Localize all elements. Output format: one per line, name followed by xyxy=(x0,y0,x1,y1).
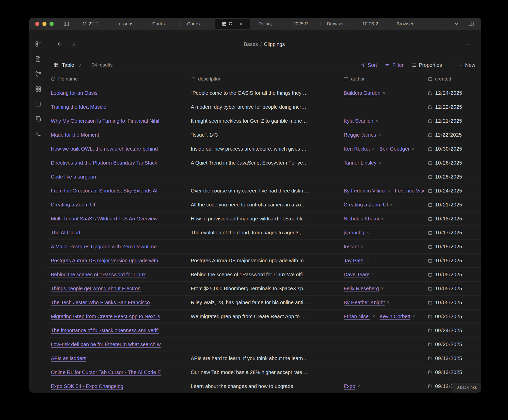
column-header-author[interactable]: author xyxy=(340,72,424,86)
author-cell[interactable]: Ethan Niser×Kevin Corbett× xyxy=(340,310,424,323)
author-cell[interactable]: Creating a Zoom UI× xyxy=(340,198,424,212)
description-cell[interactable]: Learn about the changes and how to upgra… xyxy=(187,379,340,393)
description-cell[interactable]: Our new Tab model has a 28% higher accep… xyxy=(187,365,340,379)
file-name-link[interactable]: The importance of full-stack openness an… xyxy=(51,328,159,333)
author-link[interactable]: Dave Teare xyxy=(344,272,370,278)
chip-remove-icon[interactable]: × xyxy=(375,118,378,124)
author-link[interactable]: Reggie James xyxy=(344,132,376,138)
author-cell[interactable]: Reggie James× xyxy=(340,128,424,142)
new-tab-icon[interactable] xyxy=(439,21,445,27)
description-cell[interactable] xyxy=(187,170,340,184)
description-cell[interactable]: Over the course of my career, I’ve had t… xyxy=(187,184,340,198)
description-cell[interactable]: A modern day cyber archive for people do… xyxy=(187,100,340,114)
filter-button[interactable]: Filter xyxy=(385,62,403,68)
file-name-link[interactable]: The Tech Jester Who Pranks San Francisco xyxy=(51,300,150,305)
author-link[interactable]: Nicholas Khami xyxy=(344,216,379,222)
created-cell[interactable]: 10/05/2025 xyxy=(424,268,481,281)
created-cell[interactable]: 09/20/2025 xyxy=(424,337,481,351)
column-header-file[interactable]: file name xyxy=(47,72,187,86)
created-cell[interactable]: 10/26/2025 xyxy=(424,170,481,184)
created-cell[interactable]: 10/26/2025 xyxy=(424,156,481,170)
author-link[interactable]: @rauchg xyxy=(344,230,364,236)
file-name-link[interactable]: Directives and the Platform Boundary Tan… xyxy=(51,160,157,166)
author-cell[interactable] xyxy=(340,365,424,379)
bases-icon[interactable] xyxy=(35,41,41,47)
author-cell[interactable] xyxy=(340,351,424,365)
tab-2[interactable]: Cortex … xyxy=(145,18,179,30)
author-cell[interactable]: Instant× xyxy=(340,240,424,253)
created-cell[interactable]: 10/15/2025 xyxy=(424,240,481,253)
created-cell[interactable]: 10/05/2025 xyxy=(424,296,481,309)
author-cell[interactable] xyxy=(340,324,424,337)
file-name-link[interactable]: Multi-Tenant SaaS's Wildcard TLS An Over… xyxy=(51,216,157,222)
file-name-link[interactable]: Creating a Zoom UI xyxy=(51,202,95,208)
created-cell[interactable]: 09/13/2025 xyxy=(424,365,481,379)
tab-0[interactable]: 11-22-2… xyxy=(75,18,110,30)
description-cell[interactable] xyxy=(187,240,340,253)
created-cell[interactable]: 10/18/2025 xyxy=(424,212,481,225)
file-name-link[interactable]: Training the Idea Muscle xyxy=(51,104,106,110)
view-switcher[interactable]: Table 94 results xyxy=(53,62,113,68)
close-tab-icon[interactable] xyxy=(239,22,243,26)
created-cell[interactable]: 09/13/2025 xyxy=(424,351,481,365)
author-link[interactable]: Ben Goodger xyxy=(379,146,410,152)
description-cell[interactable]: All the code you need to control a camer… xyxy=(187,198,340,212)
author-cell[interactable] xyxy=(340,170,424,184)
author-link[interactable]: Tanner Linsley xyxy=(344,160,376,166)
chip-remove-icon[interactable]: × xyxy=(357,383,360,389)
author-link[interactable]: Instant xyxy=(344,244,359,250)
author-cell[interactable]: @rauchg× xyxy=(340,226,424,239)
description-cell[interactable]: APIs are hard to learn. If you think abo… xyxy=(187,351,340,365)
description-cell[interactable]: Postgres Aurora DB major version upgrade… xyxy=(187,254,340,267)
chip-remove-icon[interactable]: × xyxy=(361,244,364,249)
tab-6[interactable]: 2025 R… xyxy=(285,18,320,30)
description-cell[interactable]: From $25,000 Bloomberg Terminals to Spac… xyxy=(187,282,340,295)
file-name-link[interactable]: APIs as ladders xyxy=(51,356,86,361)
tab-1[interactable]: Lessons… xyxy=(110,18,145,30)
description-cell[interactable]: Inside our new process architecture, whi… xyxy=(187,142,340,156)
tab-8[interactable]: 10-26-2… xyxy=(355,18,390,30)
chip-remove-icon[interactable]: × xyxy=(381,286,384,291)
calendar-icon[interactable] xyxy=(35,101,41,107)
minimize-window-button[interactable] xyxy=(42,22,46,26)
description-cell[interactable]: It might seem reckless for Gen Z to gamb… xyxy=(187,114,340,128)
author-link[interactable]: Federico Viticci xyxy=(395,188,424,194)
author-link[interactable]: Expo xyxy=(344,383,355,389)
file-name-link[interactable]: Things people get wrong about Electron xyxy=(51,286,141,292)
file-name-link[interactable]: Online RL for Cursor Tab Cursor - The AI… xyxy=(51,369,161,375)
author-link[interactable]: Felix Rieseberg xyxy=(344,286,379,292)
chip-remove-icon[interactable]: × xyxy=(372,272,374,277)
created-cell[interactable]: 10/15/2025 xyxy=(424,254,481,267)
author-cell[interactable]: By Federico Viticci×Federico Viticci× xyxy=(340,184,424,198)
file-name-link[interactable]: A Major Postgres Upgrade with Zero Downt… xyxy=(51,244,157,250)
author-cell[interactable]: By Heather Knight× xyxy=(340,296,424,309)
file-name-link[interactable]: Code like a surgeon xyxy=(51,174,96,180)
file-name-link[interactable]: Postgres Aurora DB major version upgrade… xyxy=(51,258,158,264)
author-link[interactable]: Kyla Scanlon xyxy=(344,118,373,124)
chip-remove-icon[interactable]: × xyxy=(367,258,369,263)
graph-icon[interactable] xyxy=(35,71,41,77)
file-name-link[interactable]: Made for the Moment xyxy=(51,132,99,138)
file-name-link[interactable]: Behind the scenes of 1Password for Linux xyxy=(51,272,146,278)
copy-icon[interactable] xyxy=(35,116,41,122)
breadcrumb-parent[interactable]: Bases xyxy=(244,41,258,47)
file-name-link[interactable]: From the Creators of Shortcuts, Sky Exte… xyxy=(51,188,157,194)
author-cell[interactable]: Nicholas Khami× xyxy=(340,212,424,225)
author-cell[interactable] xyxy=(340,337,424,351)
created-cell[interactable]: 09/25/2025 xyxy=(424,310,481,323)
author-cell[interactable]: Builders Garden× xyxy=(340,86,424,100)
author-link[interactable]: Jay Patel xyxy=(344,258,364,264)
author-cell[interactable]: Ken Rockot×Ben Goodger× xyxy=(340,142,424,156)
created-cell[interactable]: 10/21/2025 xyxy=(424,198,481,212)
file-name-link[interactable]: The AI Cloud xyxy=(51,230,80,236)
chip-remove-icon[interactable]: × xyxy=(378,160,381,166)
sort-button[interactable]: Sort xyxy=(360,62,377,68)
status-bar[interactable]: 0 backlinks xyxy=(452,383,481,393)
dashboard-icon[interactable] xyxy=(35,86,41,92)
tab-5[interactable]: Tofino, … xyxy=(251,18,285,30)
author-link[interactable]: By Heather Knight xyxy=(344,300,385,305)
description-cell[interactable]: Behind the scenes of 1Password for Linux… xyxy=(187,268,340,281)
file-name-link[interactable]: How we built OWL, the new architecture b… xyxy=(51,146,158,152)
author-cell[interactable]: Kyla Scanlon× xyxy=(340,114,424,128)
file-search-icon[interactable] xyxy=(35,56,41,62)
